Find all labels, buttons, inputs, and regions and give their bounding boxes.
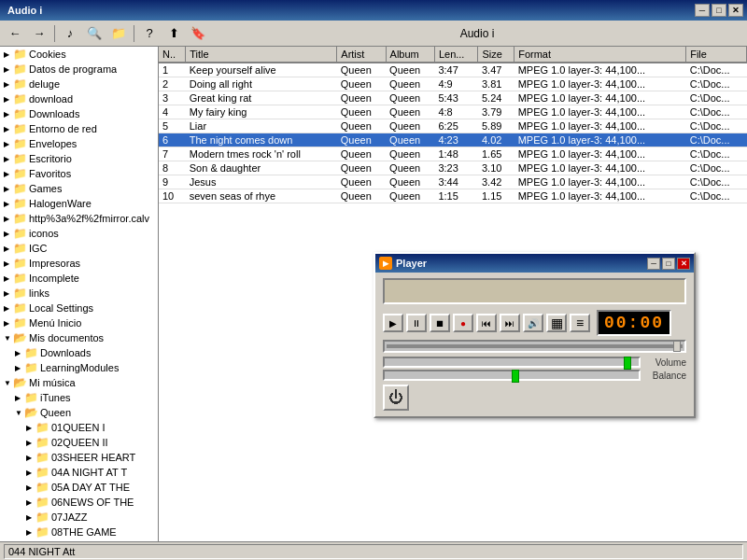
expand-icon[interactable]: ▶ (4, 140, 13, 148)
player-close-button[interactable]: ✕ (677, 258, 690, 270)
expand-icon[interactable]: ▶ (4, 200, 13, 208)
volume-button[interactable]: 🔊 (523, 314, 543, 332)
power-button[interactable]: ⏻ (383, 385, 409, 411)
sidebar-item[interactable]: ▶📁Incomplete (0, 271, 158, 286)
nav-button[interactable]: 🔖 (187, 23, 209, 44)
sidebar-item[interactable]: ▼📂Queen (0, 405, 158, 420)
player-maximize-button[interactable]: □ (662, 258, 675, 270)
sidebar-item[interactable]: ▶📁Entorno de red (0, 121, 158, 136)
sidebar-item[interactable]: ▶📁04A NIGHT AT T (0, 465, 158, 480)
table-row[interactable]: 2Doing all rightQueenQueen4:93.81MPEG 1.… (159, 77, 747, 91)
expand-icon[interactable]: ▶ (4, 304, 13, 313)
back-button[interactable]: ← (4, 23, 26, 44)
expand-icon[interactable]: ▶ (4, 230, 13, 238)
expand-icon[interactable]: ▶ (4, 170, 13, 178)
sidebar-item[interactable]: ▶📁02QUEEN II (0, 435, 158, 450)
sidebar-item[interactable]: ▶📁Cookies (0, 47, 158, 62)
sidebar-item[interactable]: ▶📁Impresoras (0, 256, 158, 271)
sidebar-item[interactable]: ▶📁HalogenWare (0, 196, 158, 211)
expand-icon[interactable]: ▶ (15, 394, 24, 402)
table-header[interactable]: Title (186, 47, 337, 63)
expand-icon[interactable]: ▶ (26, 498, 35, 507)
music-button[interactable]: ♪ (59, 23, 81, 44)
table-header[interactable]: Artist (337, 47, 386, 63)
table-header[interactable]: Format (514, 47, 686, 63)
volume-slider[interactable] (383, 357, 641, 368)
sidebar-item[interactable]: ▶📁Games (0, 181, 158, 196)
expand-icon[interactable]: ▶ (4, 319, 13, 328)
sidebar-item[interactable]: ▶📁Menú Inicio (0, 315, 158, 330)
table-row[interactable]: 7Modern tmes rock 'n' rollQueenQueen1:48… (159, 147, 747, 161)
expand-icon[interactable]: ▶ (4, 245, 13, 253)
sidebar-item[interactable]: ▶📁http%3a%2f%2fmirror.calv (0, 211, 158, 226)
sidebar-item[interactable]: ▶📁Downloads (0, 106, 158, 121)
search-button[interactable]: 🔍 (83, 23, 106, 44)
expand-icon[interactable]: ▶ (26, 469, 35, 477)
expand-icon[interactable]: ▶ (4, 185, 13, 193)
sidebar-item[interactable]: ▶📁LearningModules (0, 360, 158, 375)
table-header[interactable]: File (686, 47, 747, 63)
fast-forward-button[interactable]: ⏭ (500, 314, 520, 332)
table-header[interactable]: Len... (434, 47, 478, 63)
close-button[interactable]: ✕ (728, 4, 743, 17)
expand-icon[interactable]: ▶ (26, 424, 35, 432)
sidebar-item[interactable]: ▶📁IGC (0, 241, 158, 256)
table-row[interactable]: 5LiarQueenQueen6:255.89MPEG 1.0 layer-3:… (159, 119, 747, 133)
sidebar-item[interactable]: ▶📁Favoritos (0, 166, 158, 181)
table-row[interactable]: 6The night comes downQueenQueen4:234.02M… (159, 133, 747, 147)
stop-button[interactable]: ⏹ (430, 314, 450, 332)
expand-icon[interactable]: ▶ (4, 215, 13, 223)
table-row[interactable]: 10seven seas of rhyeQueenQueen1:151.15MP… (159, 189, 747, 203)
balance-thumb[interactable] (512, 370, 519, 383)
equalizer-button[interactable]: ▦ (546, 314, 567, 332)
expand-icon[interactable]: ▶ (4, 65, 13, 74)
sidebar-item[interactable]: ▼📂Mi música (0, 375, 158, 390)
expand-icon[interactable]: ▶ (26, 513, 35, 522)
table-row[interactable]: 4My fairy kingQueenQueen4:83.79MPEG 1.0 … (159, 105, 747, 119)
forward-button[interactable]: → (28, 23, 50, 44)
sidebar-item[interactable]: ▼📂Mis documentos (0, 330, 158, 345)
balance-slider[interactable] (383, 370, 641, 381)
help-button[interactable]: ? (138, 23, 161, 44)
progress-bar[interactable] (383, 340, 686, 353)
sidebar-item[interactable]: ▶📁Datos de programa (0, 62, 158, 77)
expand-icon[interactable]: ▶ (4, 125, 13, 133)
rewind-button[interactable]: ⏮ (476, 314, 497, 332)
expand-icon[interactable]: ▶ (26, 528, 35, 537)
expand-icon[interactable]: ▶ (15, 349, 24, 357)
sidebar-item[interactable]: ▶📁05A DAY AT THE (0, 480, 158, 495)
table-header[interactable]: Album (386, 47, 434, 63)
sidebar-item[interactable]: ▶📁Local Settings (0, 301, 158, 315)
expand-icon[interactable]: ▶ (4, 259, 13, 268)
expand-icon[interactable]: ▼ (15, 409, 24, 417)
expand-icon[interactable]: ▶ (26, 483, 35, 492)
expand-icon[interactable]: ▶ (4, 80, 13, 89)
sidebar-item[interactable]: ▶📁Envelopes (0, 136, 158, 151)
sidebar[interactable]: ▶📁Cookies▶📁Datos de programa▶📁deluge▶📁do… (0, 47, 159, 541)
expand-icon[interactable]: ▶ (4, 95, 13, 104)
expand-icon[interactable]: ▶ (26, 439, 35, 447)
sidebar-item[interactable]: ▶📁deluge (0, 77, 158, 91)
sidebar-item[interactable]: ▶📁Escritorio (0, 151, 158, 166)
expand-icon[interactable]: ▶ (4, 289, 13, 298)
sidebar-item[interactable]: ▶📁07JAZZ (0, 510, 158, 525)
table-row[interactable]: 9JesusQueenQueen3:443.42MPEG 1.0 layer-3… (159, 175, 747, 189)
play-button[interactable]: ▶ (383, 314, 403, 332)
maximize-button[interactable]: □ (712, 4, 726, 17)
pause-button[interactable]: ⏸ (406, 314, 427, 332)
record-button[interactable]: ● (453, 314, 473, 332)
progress-thumb[interactable] (673, 341, 681, 352)
table-header[interactable]: N.. (159, 47, 186, 63)
sidebar-item[interactable]: ▶📁08THE GAME (0, 525, 158, 539)
folder-button[interactable]: 📁 (107, 23, 130, 44)
expand-icon[interactable]: ▶ (15, 364, 24, 372)
minimize-button[interactable]: ─ (695, 4, 710, 17)
sidebar-item[interactable]: ▶📁iconos (0, 226, 158, 241)
table-header[interactable]: Size (478, 47, 514, 63)
sidebar-item[interactable]: ▶📁01QUEEN I (0, 420, 158, 435)
table-row[interactable]: 3Great king ratQueenQueen5:435.24MPEG 1.… (159, 91, 747, 105)
playlist-button[interactable]: ≡ (570, 314, 590, 332)
volume-thumb[interactable] (624, 357, 631, 370)
player-minimize-button[interactable]: ─ (647, 258, 660, 270)
expand-icon[interactable]: ▶ (4, 110, 13, 119)
